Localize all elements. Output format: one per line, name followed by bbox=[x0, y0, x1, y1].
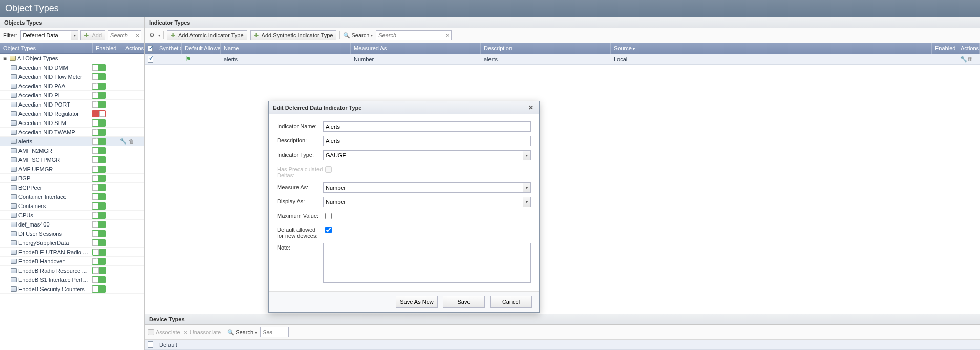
cancel-button[interactable]: Cancel bbox=[490, 296, 532, 308]
col-enabled[interactable]: Enabled bbox=[93, 43, 122, 53]
object-search[interactable]: ✕ bbox=[108, 30, 141, 40]
col-enabled[interactable]: Enabled bbox=[932, 43, 957, 54]
measure-as-input[interactable] bbox=[324, 183, 523, 192]
indicator-type-input[interactable] bbox=[324, 151, 523, 159]
enabled-toggle[interactable] bbox=[92, 212, 106, 219]
tree-item[interactable]: EnodeB Radio Resource C… bbox=[0, 266, 144, 275]
enabled-toggle[interactable] bbox=[92, 193, 106, 200]
close-icon[interactable]: ✕ bbox=[527, 104, 535, 112]
enabled-toggle[interactable] bbox=[92, 166, 106, 173]
enabled-toggle[interactable] bbox=[92, 258, 106, 265]
col-source[interactable]: Source bbox=[611, 43, 752, 54]
clear-icon[interactable]: ✕ bbox=[443, 33, 451, 38]
wrench-icon[interactable]: 🔧 bbox=[120, 138, 126, 145]
save-button[interactable]: Save bbox=[443, 296, 485, 308]
tree-item[interactable]: EnodeB Handover bbox=[0, 257, 144, 266]
save-as-new-button[interactable]: Save As New bbox=[396, 296, 438, 308]
device-row[interactable]: Default bbox=[145, 340, 980, 350]
enabled-toggle[interactable] bbox=[92, 101, 106, 108]
enabled-toggle[interactable] bbox=[92, 230, 106, 237]
tree-item[interactable]: Accedian NID DMM bbox=[0, 63, 144, 72]
tree-item[interactable]: CPUs bbox=[0, 211, 144, 220]
row-checkbox[interactable] bbox=[148, 56, 153, 63]
enabled-toggle[interactable] bbox=[92, 129, 106, 136]
tree-item[interactable]: EnergySupplierData bbox=[0, 238, 144, 248]
enabled-toggle[interactable] bbox=[92, 202, 106, 210]
indicator-row[interactable]: alertsNumberalertsLocal🔧🗑 bbox=[145, 54, 980, 65]
gear-icon[interactable] bbox=[148, 32, 155, 39]
tree-item[interactable]: EnodeB E-UTRAN Radio A… bbox=[0, 248, 144, 257]
note-textarea[interactable] bbox=[323, 243, 531, 283]
dialog-titlebar[interactable]: Edit Deferred Data Indicator Type ✕ bbox=[269, 101, 539, 114]
description-input[interactable] bbox=[323, 136, 531, 146]
add-synthetic-button[interactable]: Add Synthetic Indicator Type bbox=[250, 30, 337, 40]
tree-item[interactable]: EnodeB S1 Interface Perfo… bbox=[0, 275, 144, 284]
tree-item[interactable]: BGPPeer bbox=[0, 183, 144, 192]
chevron-down-icon[interactable] bbox=[71, 31, 78, 40]
col-checkbox[interactable] bbox=[145, 43, 156, 54]
clear-icon[interactable]: ✕ bbox=[133, 33, 141, 38]
enabled-toggle[interactable] bbox=[92, 92, 106, 99]
col-actions[interactable]: Actions bbox=[122, 43, 144, 53]
trash-icon[interactable]: 🗑 bbox=[967, 56, 973, 62]
tree-item[interactable]: EnodeB Security Counters bbox=[0, 284, 144, 294]
tree-item[interactable]: AMF N2MGR bbox=[0, 146, 144, 155]
enabled-toggle[interactable] bbox=[92, 73, 106, 80]
indicator-search-input[interactable] bbox=[376, 31, 443, 39]
tree-item[interactable]: def_mas400 bbox=[0, 220, 144, 229]
enabled-toggle[interactable] bbox=[92, 147, 106, 154]
enabled-toggle[interactable] bbox=[92, 119, 106, 127]
device-row-checkbox[interactable] bbox=[148, 341, 153, 348]
enabled-toggle[interactable] bbox=[92, 276, 106, 283]
object-search-input[interactable] bbox=[108, 31, 133, 39]
col-measured-as[interactable]: Measured As bbox=[351, 43, 481, 54]
indicator-search[interactable]: ✕ bbox=[376, 30, 452, 40]
filter-combo[interactable] bbox=[20, 30, 79, 40]
enabled-toggle[interactable] bbox=[92, 110, 106, 117]
enabled-toggle[interactable] bbox=[92, 239, 106, 246]
header-checkbox[interactable] bbox=[148, 45, 153, 52]
enabled-toggle[interactable] bbox=[92, 285, 106, 293]
chevron-down-icon[interactable] bbox=[523, 183, 530, 192]
chevron-down-icon[interactable] bbox=[523, 151, 530, 160]
enabled-toggle[interactable] bbox=[92, 175, 106, 182]
object-types-tree[interactable]: ▣All Object TypesAccedian NID DMMAccedia… bbox=[0, 54, 144, 350]
tree-item[interactable]: Accedian NID PAA bbox=[0, 81, 144, 91]
tree-item[interactable]: alerts🔧🗑 bbox=[0, 137, 144, 146]
enabled-toggle[interactable] bbox=[92, 138, 106, 145]
enabled-toggle[interactable] bbox=[92, 156, 106, 163]
chevron-down-icon[interactable] bbox=[523, 197, 530, 207]
indicator-type-combo[interactable] bbox=[323, 150, 531, 160]
add-atomic-button[interactable]: Add Atomic Indicator Type bbox=[167, 30, 247, 40]
trash-icon[interactable]: 🗑 bbox=[128, 138, 134, 145]
tree-item[interactable]: AMF SCTPMGR bbox=[0, 155, 144, 164]
max-value-checkbox[interactable] bbox=[325, 213, 332, 219]
col-default-allowed[interactable]: Default Allowed bbox=[182, 43, 221, 54]
device-search[interactable] bbox=[260, 327, 289, 337]
tree-item[interactable]: Accedian NID PL bbox=[0, 91, 144, 100]
display-as-input[interactable] bbox=[324, 198, 523, 206]
col-synthetic[interactable]: Synthetic bbox=[156, 43, 182, 54]
wrench-icon[interactable]: 🔧 bbox=[961, 56, 967, 63]
col-name[interactable]: Name bbox=[221, 43, 351, 54]
tree-item[interactable]: Accedian NID Regulator bbox=[0, 109, 144, 118]
tree-item[interactable]: Containers bbox=[0, 201, 144, 211]
tree-root[interactable]: ▣All Object Types bbox=[0, 54, 144, 63]
tree-item[interactable]: Container Interface bbox=[0, 192, 144, 201]
col-description[interactable]: Description bbox=[481, 43, 611, 54]
col-object-types[interactable]: Object Types bbox=[0, 43, 93, 53]
device-search-dropdown[interactable]: Search ▾ bbox=[227, 329, 257, 336]
display-as-combo[interactable] bbox=[323, 197, 531, 207]
chevron-down-icon[interactable]: ▾ bbox=[158, 33, 160, 38]
measure-as-combo[interactable] bbox=[323, 182, 531, 193]
search-dropdown[interactable]: Search ▾ bbox=[343, 32, 373, 39]
enabled-toggle[interactable] bbox=[92, 83, 106, 90]
enabled-toggle[interactable] bbox=[92, 221, 106, 228]
default-allowed-checkbox[interactable] bbox=[325, 227, 332, 233]
device-search-input[interactable] bbox=[261, 328, 279, 336]
enabled-toggle[interactable] bbox=[92, 267, 106, 274]
enabled-toggle[interactable] bbox=[92, 249, 106, 256]
tree-item[interactable]: BGP bbox=[0, 174, 144, 183]
enabled-toggle[interactable] bbox=[92, 64, 106, 71]
filter-input[interactable] bbox=[21, 31, 71, 39]
